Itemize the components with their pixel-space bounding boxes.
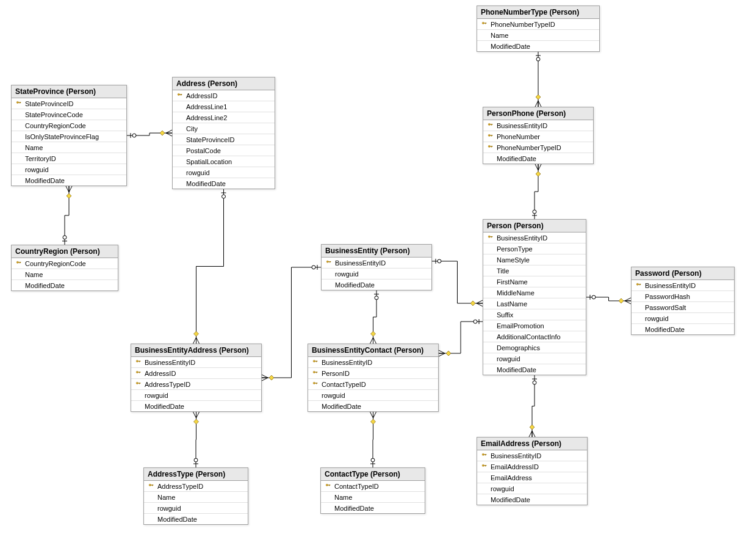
column-row[interactable]: City [173,123,275,134]
column-row[interactable]: PostalCode [173,145,275,156]
entity-phonenumbertype[interactable]: PhoneNumberType (Person)PhoneNumberTypeI… [477,5,600,52]
column-row[interactable]: ModifiedDate [483,364,586,375]
column-row[interactable]: PhoneNumberTypeID [483,142,593,153]
column-row[interactable]: Suffix [483,309,586,320]
column-row[interactable]: ModifiedDate [131,401,261,411]
column-row[interactable]: AddressTypeID [144,481,248,492]
column-row[interactable]: rowguid [173,167,275,178]
column-row[interactable]: ContactTypeID [308,379,438,390]
column-row[interactable]: ModifiedDate [173,178,275,189]
entity-businessentity[interactable]: BusinessEntity (Person)BusinessEntityIDr… [321,244,432,290]
svg-rect-124 [329,485,329,486]
svg-line-52 [439,353,445,356]
entity-addresstype[interactable]: AddressType (Person)AddressTypeIDNamerow… [143,467,248,525]
column-row[interactable]: PhoneNumberTypeID [477,19,599,30]
primary-key-icon [486,123,494,128]
column-row[interactable]: ModifiedDate [12,175,126,186]
column-row[interactable]: Demographics [483,342,586,353]
column-row[interactable]: Name [321,492,425,503]
column-row[interactable]: AddressLine2 [173,112,275,123]
svg-point-31 [375,296,378,300]
column-row[interactable]: AdditionalContactInfo [483,331,586,342]
column-row[interactable]: PhoneNumber [483,131,593,142]
column-row[interactable]: PersonID [308,368,438,379]
column-row[interactable]: rowguid [477,483,587,494]
column-row[interactable]: BusinessEntityID [477,450,587,461]
column-row[interactable]: LastName [483,298,586,309]
entity-password[interactable]: Password (Person)BusinessEntityIDPasswor… [631,267,735,335]
column-row[interactable]: NameStyle [483,254,586,265]
entity-businessentitycontact[interactable]: BusinessEntityContact (Person)BusinessEn… [308,344,439,412]
entity-businessentityaddress[interactable]: BusinessEntityAddress (Person)BusinessEn… [131,344,262,412]
column-row[interactable]: ContactTypeID [321,481,425,492]
column-row[interactable]: ModifiedDate [322,279,431,290]
column-row[interactable]: ModifiedDate [144,514,248,524]
svg-rect-81 [20,102,21,103]
column-row[interactable]: FirstName [483,276,586,287]
column-row[interactable]: StateProvinceID [12,98,126,109]
column-row[interactable]: BusinessEntityID [131,357,261,368]
column-row[interactable]: BusinessEntityID [483,232,586,243]
column-name: rowguid [333,270,359,278]
column-row[interactable]: StateProvinceID [173,134,275,145]
column-row[interactable]: Title [483,265,586,276]
column-name: ModifiedDate [332,505,374,512]
column-row[interactable]: BusinessEntityID [632,280,734,291]
column-row[interactable]: AddressTypeID [131,379,261,390]
entity-person[interactable]: Person (Person)BusinessEntityIDPersonTyp… [483,219,586,375]
column-row[interactable]: CountryRegionCode [12,120,126,131]
column-row[interactable]: EmailPromotion [483,320,586,331]
column-row[interactable]: TerritoryID [12,153,126,164]
column-row[interactable]: Name [12,142,126,153]
column-row[interactable]: AddressID [173,90,275,101]
svg-rect-104 [152,485,153,486]
column-name: TerritoryID [23,155,56,162]
column-row[interactable]: ModifiedDate [632,324,734,334]
column-row[interactable]: AddressID [131,368,261,379]
column-row[interactable]: BusinessEntityID [322,258,431,268]
column-name: rowguid [142,392,168,399]
column-row[interactable]: rowguid [483,353,586,364]
column-row[interactable]: Name [477,30,599,41]
column-name: City [184,125,198,132]
column-row[interactable]: ModifiedDate [477,41,599,51]
column-row[interactable]: CountryRegionCode [12,258,118,269]
column-row[interactable]: BusinessEntityID [483,120,593,131]
primary-key-icon [134,359,142,365]
column-row[interactable]: rowguid [308,390,438,401]
column-row[interactable]: ModifiedDate [477,494,587,505]
column-row[interactable]: rowguid [12,164,126,175]
column-name: ModifiedDate [494,366,536,373]
column-row[interactable]: rowguid [632,313,734,324]
entity-address[interactable]: Address (Person)AddressIDAddressLine1Add… [172,77,275,189]
column-row[interactable]: ModifiedDate [321,503,425,513]
column-row[interactable]: ModifiedDate [12,280,118,290]
column-row[interactable]: EmailAddressID [477,461,587,472]
column-row[interactable]: rowguid [131,390,261,401]
column-name: PhoneNumber [494,133,540,140]
entity-countryregion[interactable]: CountryRegion (Person)CountryRegionCodeN… [11,245,118,291]
entity-stateprovince[interactable]: StateProvince (Person)StateProvinceIDSta… [11,85,127,186]
entity-contacttype[interactable]: ContactType (Person)ContactTypeIDNameMod… [320,467,425,514]
column-row[interactable]: EmailAddress [477,472,587,483]
column-row[interactable]: ModifiedDate [483,153,593,164]
column-row[interactable]: Name [144,492,248,503]
entity-emailaddress[interactable]: EmailAddress (Person)BusinessEntityIDEma… [477,437,588,505]
column-row[interactable]: rowguid [322,268,431,279]
entity-personphone[interactable]: PersonPhone (Person)BusinessEntityIDPhon… [483,107,594,164]
column-row[interactable]: rowguid [144,503,248,514]
column-row[interactable]: PasswordHash [632,291,734,302]
column-row[interactable]: IsOnlyStateProvinceFlag [12,131,126,142]
column-row[interactable]: PasswordSalt [632,302,734,313]
column-row[interactable]: SpatialLocation [173,156,275,167]
column-row[interactable]: AddressLine1 [173,101,275,112]
column-name: EmailAddress [488,474,532,481]
column-row[interactable]: ModifiedDate [308,401,438,411]
column-row[interactable]: Name [12,269,118,280]
column-row[interactable]: BusinessEntityID [308,357,438,368]
column-row[interactable]: PersonType [483,243,586,254]
column-row[interactable]: StateProvinceCode [12,109,126,120]
entity-header: PhoneNumberType (Person) [477,6,599,19]
column-name: EmailAddressID [488,463,539,470]
column-row[interactable]: MiddleName [483,287,586,298]
